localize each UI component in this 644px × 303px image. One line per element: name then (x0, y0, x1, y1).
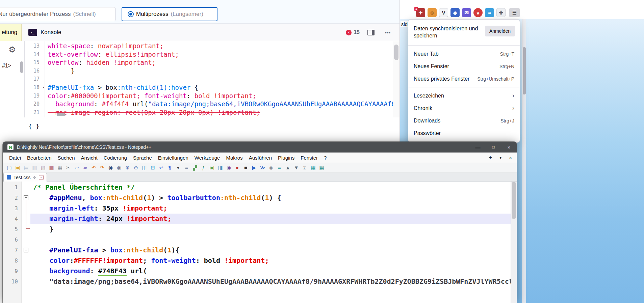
sort-menu-icon[interactable]: ≡ (276, 165, 283, 170)
gear-icon[interactable]: ⚙ (8, 45, 16, 54)
devtools-splitter[interactable] (400, 0, 400, 142)
menu-plugins[interactable]: Plugins (275, 153, 298, 163)
sidebar-scrollbar-thumb[interactable] (20, 61, 23, 73)
replace-icon[interactable]: ◎ (116, 165, 122, 170)
fold-caret-icon[interactable]: ▾ (43, 83, 45, 92)
close-file-icon[interactable]: ▧ (40, 165, 46, 170)
pin-icon[interactable]: ✛ (33, 175, 36, 180)
find-icon[interactable]: ◉ (107, 165, 114, 170)
menu-sprache[interactable]: Sprache (130, 153, 155, 163)
page-scrollbar-thumb[interactable] (523, 47, 526, 94)
paste-icon[interactable]: ▰ (82, 165, 88, 170)
menu-ansicht[interactable]: Ansicht (78, 153, 100, 163)
show-symbols-icon[interactable]: ¶ (166, 165, 173, 170)
table-icon[interactable]: ▦ (318, 165, 325, 170)
tab-testcss[interactable]: Test.css ✛ × (3, 173, 47, 182)
css-source[interactable]: white-space: nowrap!important;text-overf… (45, 41, 393, 117)
zoom-in-icon[interactable]: ⊕ (124, 165, 131, 170)
notepad-titlebar[interactable]: N D:\Nightly Neu\Firefox\profile\chrome\… (3, 142, 517, 153)
menu-bearbeiten[interactable]: Bearbeiten (24, 153, 55, 163)
tab-console[interactable]: ›_ Konsole (25, 24, 65, 41)
fold-collapse-icon[interactable] (24, 248, 28, 252)
tab-list-dropdown-icon[interactable]: ▼ (499, 156, 502, 160)
workspace-icon[interactable]: ▣ (209, 165, 215, 170)
undo-icon[interactable]: ↶ (91, 165, 97, 170)
menu-suchen[interactable]: Suchen (55, 153, 78, 163)
ext-badge-icon[interactable]: ✦1 (416, 8, 425, 17)
editor-hscrollbar-thumb[interactable] (57, 113, 66, 116)
function-list-icon[interactable]: ƒ (200, 165, 207, 170)
doc-map-icon[interactable]: ▞ (192, 165, 198, 170)
sum-icon[interactable]: Σ (302, 165, 308, 170)
cut-icon[interactable]: ✂ (65, 165, 72, 170)
ext-orange-icon[interactable]: ☺ (428, 8, 437, 17)
menu-datei[interactable]: Datei (6, 153, 24, 163)
word-wrap-icon[interactable]: ↩ (158, 165, 164, 170)
vimium-v-icon[interactable]: V (439, 8, 448, 17)
sort-asc-icon[interactable]: ▲ (285, 165, 291, 170)
stop-macro-icon[interactable]: ■ (242, 165, 249, 170)
close-tab-icon[interactable]: × (509, 155, 512, 161)
error-counter[interactable]: × 15 (346, 24, 360, 41)
menu-fenster[interactable]: Fenster (298, 153, 321, 163)
doc-switcher-icon[interactable]: ◨ (217, 165, 224, 170)
fold-margin[interactable] (22, 182, 30, 303)
option-multiprocess[interactable]: Multiprozess (Langsamer) (122, 7, 217, 21)
sign-in-button[interactable]: Anmelden (485, 26, 515, 36)
dropdown-icon[interactable]: ▾ (175, 165, 181, 170)
menu-item-chronik[interactable]: Chronik› (408, 102, 520, 114)
menu-codierung[interactable]: Codierung (101, 153, 130, 163)
editor-scrollbar-thumb[interactable] (394, 45, 398, 60)
menu-item-neues-privates-fenster[interactable]: Neues privates FensterStrg+Umschalt+P (408, 73, 520, 85)
indent-guide-icon[interactable]: ≡ (183, 165, 190, 170)
app-menu-button[interactable]: ☰ (509, 8, 520, 17)
zoom-out-icon[interactable]: ⊖ (133, 165, 139, 170)
tab-close-icon[interactable]: × (39, 175, 44, 180)
print-icon[interactable]: ▦ (57, 165, 63, 170)
notepad-editor[interactable]: 12345678910 /* Panel Überschriften */ #a… (3, 182, 517, 303)
maximize-button[interactable]: □ (486, 142, 501, 153)
menu-einstellungen[interactable]: Einstellungen (155, 153, 191, 163)
devtools-options-icon[interactable]: ••• (385, 24, 391, 41)
sync-scroll-icon[interactable]: ⊟ (150, 165, 156, 170)
column-mode-icon[interactable]: ▦ (310, 165, 316, 170)
menu-item-lesezeichen[interactable]: Lesezeichen› (408, 89, 520, 102)
close-all-icon[interactable]: ▨ (48, 165, 55, 170)
run-multiple-icon[interactable]: ≫ (259, 165, 266, 170)
menu-makros[interactable]: Makros (223, 153, 246, 163)
tab-styleeditor-partial[interactable]: eitung (0, 24, 22, 41)
record-macro-icon[interactable]: ● (234, 165, 240, 170)
play-macro-icon[interactable]: ▶ (251, 165, 257, 170)
monitoring-icon[interactable]: ◉ (226, 165, 232, 170)
copy-icon[interactable]: ▱ (74, 165, 80, 170)
fold-collapse-icon[interactable] (24, 195, 28, 200)
notepad-scrollbar[interactable] (511, 182, 517, 303)
sort-desc-icon[interactable]: ▼ (293, 165, 300, 170)
split-console-icon[interactable] (367, 30, 375, 35)
save-all-icon[interactable]: ▥ (31, 165, 38, 170)
ext-mail-icon[interactable]: ✉ (462, 8, 471, 17)
save-icon[interactable]: ▤ (23, 165, 29, 170)
ext-blue-icon[interactable]: ◆ (450, 8, 460, 17)
menu-ausfhren[interactable]: Ausführen (246, 153, 275, 163)
sync-menu-item[interactable]: Daten synchronisieren und speichern Anme… (408, 22, 520, 43)
split-view-icon[interactable]: ◫ (141, 165, 148, 170)
menu-item-passw-rter[interactable]: Passwörter (408, 127, 520, 139)
extensions-puzzle-icon[interactable]: ✚ (496, 8, 506, 17)
page-scrollbar[interactable] (522, 19, 526, 303)
ext-wave-icon[interactable]: ≈ (485, 8, 494, 17)
save-macro-icon[interactable]: ◆ (268, 165, 274, 170)
open-file-icon[interactable]: ▣ (15, 165, 21, 170)
menu-item-downloads[interactable]: DownloadsStrg+J (408, 114, 520, 127)
redo-icon[interactable]: ↷ (99, 165, 105, 170)
menu-werkzeuge[interactable]: Werkzeuge (191, 153, 223, 163)
minimize-button[interactable]: — (470, 142, 486, 153)
option-parent-process[interactable]: Nur übergeordneter Prozess (Schnell) (0, 7, 115, 21)
close-button[interactable]: × (501, 142, 517, 153)
css-text[interactable]: /* Panel Überschriften */ #appMenu, box:… (30, 182, 511, 303)
menu-item-neuer-tab[interactable]: Neuer TabStrg+T (408, 48, 520, 60)
new-file-icon[interactable]: ▢ (6, 165, 12, 170)
editor-scrollbar[interactable] (393, 41, 400, 117)
menu-?[interactable]: ? (321, 153, 330, 163)
new-tab-plus-icon[interactable]: + (489, 154, 492, 161)
